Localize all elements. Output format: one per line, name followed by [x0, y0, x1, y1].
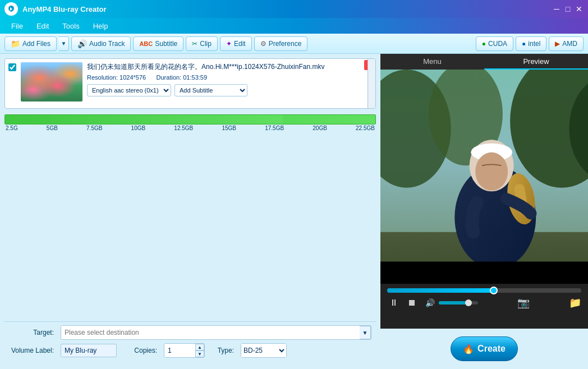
- storage-labels: 2.5G 5GB 7.5GB 10GB 12.5GB 15GB 17.5GB 2…: [4, 125, 376, 131]
- storage-label-0: 2.5G: [6, 125, 18, 131]
- app-logo: [4, 2, 18, 16]
- copies-input[interactable]: [164, 344, 195, 357]
- menu-bar: File Edit Tools Help: [0, 18, 588, 34]
- storage-label-6: 17.5GB: [265, 125, 284, 131]
- player-controls: ⏸ ⏹ 🔊 📷 📁: [380, 284, 588, 329]
- pause-button[interactable]: ⏸: [387, 296, 401, 310]
- storage-bar: [4, 114, 376, 124]
- edit-icon: ✦: [226, 40, 232, 48]
- subtitle-button[interactable]: ABC Subtitle: [133, 36, 183, 51]
- preview-tabs: Menu Preview: [380, 54, 588, 70]
- storage-label-7: 20GB: [313, 125, 327, 131]
- clip-button[interactable]: ✂ Clip: [186, 36, 218, 51]
- video-scene-svg: [380, 70, 588, 284]
- volume-fill: [439, 301, 468, 305]
- bottom-controls: Target: ▼ Volume Label: Copies: ▲ ▼: [4, 321, 376, 365]
- gear-icon: ⚙: [260, 40, 267, 48]
- right-bottom: 🔥 Create: [380, 329, 588, 369]
- progress-fill: [387, 288, 494, 293]
- close-button[interactable]: ✕: [575, 4, 584, 13]
- add-files-button[interactable]: 📁 Add Files: [4, 36, 57, 51]
- tab-preview[interactable]: Preview: [484, 54, 588, 70]
- volume-icon[interactable]: 🔊: [423, 296, 437, 310]
- cuda-label: CUDA: [488, 40, 507, 48]
- storage-label-5: 15GB: [222, 125, 236, 131]
- volume-bar[interactable]: [439, 301, 478, 305]
- preference-label: Preference: [269, 40, 302, 48]
- volume-label: Volume Label:: [9, 347, 54, 354]
- amd-button[interactable]: ▶ AMD: [549, 36, 584, 51]
- folder-button[interactable]: 📁: [569, 297, 581, 309]
- file-name: 我们仍未知道那天所看见的花的名字。Ano.Hi.M***ip.1024X576-…: [87, 62, 372, 72]
- svg-point-9: [475, 153, 508, 191]
- cuda-button[interactable]: ● CUDA: [476, 36, 513, 51]
- logo-icon: [7, 4, 16, 13]
- video-content: [380, 70, 588, 284]
- copies-label: Copies:: [123, 347, 157, 354]
- volume-thumb[interactable]: [465, 299, 472, 306]
- destination-dropdown[interactable]: ▼: [360, 326, 371, 339]
- progress-thumb[interactable]: [490, 287, 498, 294]
- storage-label-4: 12.5GB: [174, 125, 193, 131]
- storage-bar-container: 2.5G 5GB 7.5GB 10GB 12.5GB 15GB 17.5GB 2…: [4, 114, 376, 131]
- edit-button[interactable]: ✦ Edit: [220, 36, 252, 51]
- file-info: 我们仍未知道那天所看见的花的名字。Ano.Hi.M***ip.1024X576-…: [87, 62, 372, 96]
- storage-label-3: 10GB: [131, 125, 146, 131]
- menu-edit[interactable]: Edit: [30, 20, 56, 33]
- storage-label-2: 7.5GB: [86, 125, 102, 131]
- main-content: 我们仍未知道那天所看见的花的名字。Ano.Hi.M***ip.1024X576-…: [0, 54, 588, 369]
- stop-button[interactable]: ⏹: [405, 296, 419, 310]
- file-checkbox[interactable]: [8, 63, 16, 71]
- window-controls: ─ □ ✕: [552, 4, 584, 13]
- file-selects: English aac stereo (0x1) Add Subtitle: [87, 84, 372, 96]
- volume-input[interactable]: [61, 344, 117, 357]
- target-label: Target:: [9, 329, 54, 336]
- file-list: 我们仍未知道那天所看见的花的名字。Ano.Hi.M***ip.1024X576-…: [4, 58, 376, 109]
- destination-input[interactable]: [61, 326, 360, 339]
- cuda-icon: ●: [482, 40, 486, 48]
- storage-label-8: 22.5GB: [356, 125, 375, 131]
- edit-label: Edit: [234, 40, 246, 48]
- copies-down-button[interactable]: ▼: [195, 350, 204, 357]
- preference-button[interactable]: ⚙ Preference: [254, 36, 308, 51]
- subtitle-abc-icon: ABC: [139, 40, 153, 47]
- title-bar: AnyMP4 Blu-ray Creator ─ □ ✕: [0, 0, 588, 18]
- amd-icon: ▶: [555, 40, 560, 48]
- maximize-button[interactable]: □: [563, 4, 572, 13]
- create-icon: 🔥: [463, 344, 474, 354]
- create-button[interactable]: 🔥 Create: [451, 336, 518, 361]
- progress-bar[interactable]: [387, 288, 581, 293]
- file-item: 我们仍未知道那天所看见的花的名字。Ano.Hi.M***ip.1024X576-…: [5, 59, 375, 105]
- preview-tab-label: Preview: [523, 57, 549, 66]
- file-resolution: Resolution: 1024*576: [87, 74, 146, 81]
- create-label: Create: [477, 344, 506, 354]
- copies-up-button[interactable]: ▲: [195, 344, 204, 350]
- file-thumbnail: [21, 62, 82, 102]
- storage-bar-used: [5, 115, 283, 124]
- type-label: Type:: [212, 347, 234, 354]
- screenshot-button[interactable]: 📷: [517, 297, 530, 309]
- menu-tools[interactable]: Tools: [56, 20, 86, 33]
- subtitle-label: Subtitle: [155, 40, 177, 48]
- tab-menu[interactable]: Menu: [380, 54, 484, 70]
- subtitle-select[interactable]: Add Subtitle: [174, 84, 247, 96]
- target-row: Target: ▼: [9, 325, 371, 340]
- menu-help[interactable]: Help: [86, 20, 115, 33]
- menu-file[interactable]: File: [4, 20, 30, 33]
- toolbar: 📁 Add Files ▼ 🔊 Audio Track ABC Subtitle…: [0, 34, 588, 54]
- menu-tab-label: Menu: [423, 57, 442, 66]
- clip-label: Clip: [200, 40, 212, 48]
- audio-track-button[interactable]: 🔊 Audio Track: [71, 36, 131, 51]
- minimize-button[interactable]: ─: [552, 4, 561, 13]
- audio-select[interactable]: English aac stereo (0x1): [87, 84, 171, 96]
- clip-icon: ✂: [192, 40, 197, 48]
- svg-rect-12: [380, 261, 588, 284]
- add-files-dropdown[interactable]: ▼: [59, 36, 69, 51]
- left-panel: 我们仍未知道那天所看见的花的名字。Ano.Hi.M***ip.1024X576-…: [0, 54, 380, 369]
- volume-area: 🔊: [423, 296, 478, 310]
- type-select[interactable]: BD-25 BD-50: [241, 344, 286, 357]
- video-preview: [380, 70, 588, 284]
- intel-button[interactable]: ● intel: [516, 36, 546, 51]
- list-scrollbar[interactable]: [368, 59, 375, 108]
- controls-row: ⏸ ⏹ 🔊 📷 📁: [387, 296, 581, 310]
